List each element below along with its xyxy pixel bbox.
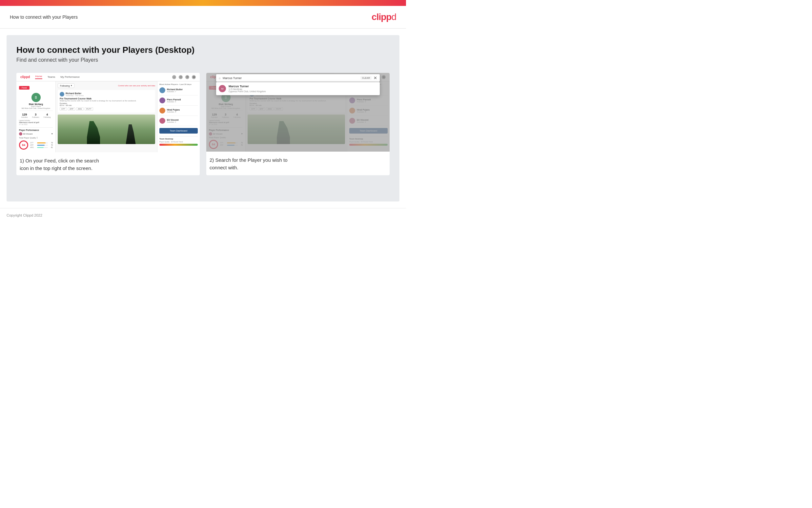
player-info-1: Richard Butler Activities: 7: [167, 88, 183, 92]
activity-date: Yesterday - The Grove: [65, 94, 84, 96]
player-acts-4: Activities: 1: [167, 121, 179, 123]
profile-icon[interactable]: ⊙: [179, 75, 183, 79]
player-select[interactable]: Eli Vincent ▾: [19, 132, 53, 135]
player-select-name: Eli Vincent: [23, 133, 33, 135]
header-title: How to connect with your Players: [10, 14, 78, 20]
golfer-figure-2: [126, 124, 136, 144]
feed-tab[interactable]: Feed: [19, 86, 30, 90]
heatmap-2: Team Heatmap Player Quality - 20 Round T…: [349, 136, 388, 146]
search-dropdown[interactable]: M Marcus Turner 1-5 Handicap Cypress Poi…: [216, 82, 380, 95]
search-result-info: Marcus Turner 1-5 Handicap Cypress Point…: [229, 85, 266, 92]
page-header: How to connect with your Players clippd: [0, 6, 406, 29]
arg-fill: [37, 147, 44, 148]
mock-nav-performance[interactable]: My Performance: [60, 76, 80, 78]
quality-label-text: Total Player Quality: [19, 137, 36, 139]
mock-nav-home[interactable]: Home: [35, 75, 42, 79]
following-label: Following: [44, 116, 50, 118]
mock-body-1: Feed B Blair McHarg Golf Coach Mill Ride…: [16, 81, 200, 152]
mock-ui-1: clippd Home Teams My Performance ⌕ ⊙ ⚙ ◉: [16, 73, 200, 152]
tag-app: APP: [68, 107, 75, 111]
user-avatar-icon[interactable]: ◉: [192, 75, 196, 79]
player-avatar-2: [159, 97, 165, 103]
settings-icon[interactable]: ⚙: [185, 75, 189, 79]
mock-nav-teams[interactable]: Teams: [48, 76, 55, 78]
following-btn[interactable]: Following ▾: [58, 83, 75, 88]
mock-nav-1: clippd Home Teams My Performance ⌕ ⊙ ⚙ ◉: [16, 73, 200, 81]
caption-1-block: 1) On your Feed, click on the searchicon…: [16, 152, 200, 175]
player-performance-title: Player Performance: [19, 129, 53, 131]
bars-2: OTT79 APP70: [220, 142, 243, 146]
screenshot-1: clippd Home Teams My Performance ⌕ ⊙ ⚙ ◉: [16, 73, 200, 175]
quality-label: Total Player Quality ℹ: [19, 136, 53, 139]
ott-fill: [37, 142, 46, 143]
user-avatar-icon-2: ◉: [382, 75, 386, 79]
following-header: Following ▾ Control who can see your act…: [58, 83, 155, 88]
followers-label: Followers: [32, 116, 39, 118]
player-acts-1: Activities: 7: [167, 91, 183, 92]
close-icon[interactable]: ✕: [374, 76, 377, 80]
activity-title: Pre Tournament Course Walk: [60, 97, 153, 100]
following-stat: 4 Following: [44, 113, 50, 118]
activity-duration: Duration 02 hr : 00 min: [60, 102, 153, 106]
profile-club-2: Mill Ride Golf Club, United Kingdom: [209, 107, 243, 109]
mock-logo-1: clippd: [20, 75, 30, 79]
player-info-4: Eli Vincent Activities: 1: [167, 119, 179, 123]
page-heading: How to connect with your Players (Deskto…: [16, 45, 390, 55]
player-acts-2: Activities: 4: [167, 101, 181, 103]
activities-count: 129: [21, 113, 28, 116]
player-info-3: Hiral Pujara Activities: 3: [167, 109, 180, 113]
search-result-club: Cypress Point Club, United Kingdom: [229, 90, 266, 92]
activity-user-info: Richard Butler Yesterday - The Grove: [65, 92, 84, 96]
player-item-1: Richard Butler Activities: 7: [159, 87, 198, 95]
quality-score-area: 84 OTT 79: [19, 140, 53, 150]
profile-name: Blair McHarg: [19, 103, 53, 105]
perf-2: Player Performance Eli Vincent ▾ Total P…: [209, 127, 243, 149]
ott-val: 79: [49, 142, 53, 144]
search-result-handicap: 1-5 Handicap: [229, 88, 266, 90]
app-fill: [37, 145, 45, 146]
activity-desc: Walking the course with my coach to buil…: [60, 100, 153, 102]
heatmap-title: Team Heatmap: [159, 138, 198, 140]
mock-profile: B Blair McHarg Golf Coach Mill Ride Golf…: [19, 92, 53, 111]
heatmap-sub: Player Quality - 20 Round Trend: [159, 141, 198, 143]
search-input-text: Marcus Turner: [223, 77, 359, 80]
mock-left-panel: Feed B Blair McHarg Golf Coach Mill Ride…: [16, 81, 56, 152]
profile-stats-2: 129Activities 3Followers 4Following: [209, 113, 243, 118]
player-avatar-1: [159, 87, 165, 93]
top-gradient-bar: [0, 0, 406, 6]
latest-activity-section: Latest Activity Afternoon round of golf …: [19, 120, 53, 125]
player-performance-panel: Player Performance Eli Vincent ▾ Total P…: [19, 127, 53, 150]
arg-label: ARG: [30, 146, 36, 148]
acts-stat-2: 129Activities: [211, 113, 218, 118]
chevron-icon: ▾: [71, 84, 72, 87]
screenshot-2: clippd Home Teams My Performance ⌕ ⊙ ⚙ ◉: [206, 73, 390, 175]
profile-avatar: B: [32, 93, 41, 102]
score-2: 84: [209, 140, 218, 149]
clear-btn[interactable]: CLEAR: [361, 76, 372, 80]
following-btn-label: Following: [60, 85, 70, 87]
psel-2: Eli Vincent ▾: [209, 132, 243, 135]
main-content-area: How to connect with your Players (Deskto…: [7, 35, 399, 202]
team-heatmap-section: Team Heatmap Player Quality - 20 Round T…: [159, 136, 198, 146]
player-avatar-3: [159, 108, 165, 114]
search-result-name: Marcus Turner: [229, 85, 266, 88]
golfer-figure: [87, 121, 100, 144]
search-icon[interactable]: ⌕: [172, 75, 176, 79]
ott-bar-row: OTT 79: [30, 142, 53, 144]
followers-stat: 3 Followers: [32, 113, 39, 118]
tag-ott: OTT: [60, 107, 67, 111]
latest-date: 27 Jul 2022: [19, 123, 53, 125]
control-link[interactable]: Control who can see your activity and da…: [118, 85, 155, 87]
tag-arg: ARG: [76, 107, 84, 111]
following-count: 4: [44, 113, 50, 116]
search-bar-overlay[interactable]: ⌕ Marcus Turner CLEAR ✕: [216, 74, 380, 82]
search-result-item[interactable]: M Marcus Turner 1-5 Handicap Cypress Poi…: [219, 85, 377, 92]
ott-track: [37, 142, 48, 143]
duration-value: 02 hr : 00 min: [60, 104, 72, 106]
dropdown-icon: ▾: [51, 133, 53, 135]
quality-score: 84: [19, 140, 28, 150]
caption-1-text: 1) On your Feed, click on the searchicon…: [20, 157, 196, 172]
team-dashboard-btn[interactable]: Team Dashboard: [159, 128, 198, 134]
mock-right-panel: Most Active Players - Last 30 days Richa…: [157, 81, 200, 152]
heatmap-bar: [159, 144, 198, 146]
